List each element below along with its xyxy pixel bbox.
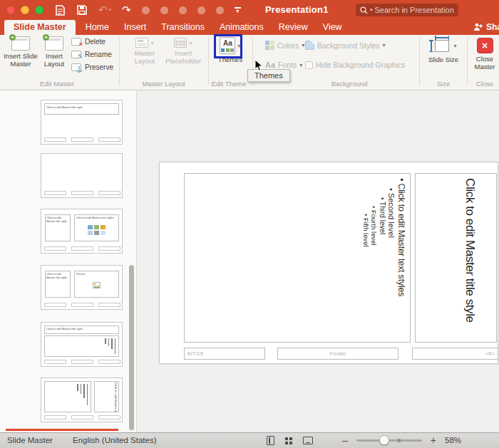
preserve-button[interactable]: ⚓ Preserve	[71, 63, 113, 71]
slide-thumbnail[interactable]: Click to edit Master title style	[41, 322, 123, 367]
bullet-level-1: • Click to edit Master text styles	[396, 178, 406, 338]
slide-thumbnail[interactable]: Click to edit Master title style	[41, 377, 123, 422]
thumbnail-title-text: Click to edit Master title style	[46, 272, 71, 279]
insert-slide-master-button[interactable]: + Insert Slide Master	[4, 36, 38, 68]
annotation-red-line	[6, 429, 118, 431]
slide-thumbnail[interactable]: Click to edit Master title style Picture	[41, 265, 123, 310]
slide-editor-area: • Click to edit Master text styles • Sec…	[138, 90, 499, 432]
thumbnail-body-text: Click to edit Master text styles	[76, 216, 98, 219]
slide-number-placeholder[interactable]: <#>	[412, 348, 498, 360]
ribbon-tab-bar: Slide Master Home Insert Transitions Ani…	[0, 20, 499, 35]
title-placeholder[interactable]: Click to edit Master title style	[415, 173, 497, 343]
vertical-text-lines	[105, 338, 115, 354]
thumbnail-title-text: Click to edit Master title style	[46, 105, 83, 109]
background-styles-icon	[305, 41, 314, 50]
colors-dropdown-icon: ▾	[302, 42, 304, 48]
themes-button[interactable]: Aa ▾ Themes	[215, 37, 245, 64]
background-styles-button[interactable]: Background Styles ▾	[305, 41, 386, 50]
powerpoint-window: ↶ ▾ ↷ ▾ Presentation1 ▾ Search in Presen…	[0, 0, 499, 448]
tab-slide-master[interactable]: Slide Master	[4, 20, 76, 35]
disabled-toolbar-icon	[179, 6, 187, 14]
themes-icon: Aa	[220, 37, 235, 54]
delete-icon: ×	[71, 38, 81, 46]
zoom-window-button[interactable]	[35, 6, 43, 14]
search-placeholder: Search in Presentation	[375, 6, 454, 14]
edit-master-group-label: Edit Master	[14, 80, 100, 88]
slide-size-button[interactable]: ▾ Slide Size	[426, 37, 461, 64]
toolbar-overflow-icon[interactable]: ▾	[235, 7, 241, 14]
picture-placeholder-icon	[93, 282, 101, 288]
undo-button[interactable]: ↶ ▾	[98, 5, 111, 15]
hide-background-graphics-checkbox[interactable]: Hide Background Graphics	[305, 61, 405, 69]
insert-layout-button[interactable]: + Insert Layout	[39, 36, 69, 68]
footer-text: Footer	[329, 350, 346, 357]
slide-sorter-view-icon[interactable]	[285, 437, 292, 444]
date-placeholder[interactable]: 6/7/15	[184, 348, 265, 360]
insert-placeholder-button[interactable]: ▾ Insert Placeholder	[163, 38, 204, 65]
slide-size-dropdown-icon[interactable]: ▾	[453, 43, 456, 49]
undo-dropdown-icon[interactable]: ▾	[109, 7, 112, 13]
zoom-out-button[interactable]: –	[342, 435, 348, 445]
disabled-toolbar-icon	[216, 6, 224, 14]
slideshow-view-icon[interactable]	[303, 437, 313, 444]
tab-view[interactable]: View	[323, 20, 342, 35]
zoom-slider-thumb[interactable]	[379, 435, 389, 445]
slide-number-text: <#>	[485, 350, 495, 357]
tab-home[interactable]: Home	[86, 20, 109, 35]
share-button[interactable]: Sha	[473, 22, 499, 32]
tab-insert[interactable]: Insert	[124, 20, 146, 35]
rename-button[interactable]: ✎ Rename	[71, 51, 112, 58]
slide-canvas[interactable]: • Click to edit Master text styles • Sec…	[159, 162, 498, 364]
zoom-level[interactable]: 58%	[445, 436, 461, 444]
footer-placeholder[interactable]: Footer	[277, 348, 398, 360]
slide-size-icon	[430, 37, 451, 54]
tab-review[interactable]: Review	[279, 20, 308, 35]
size-group-label: Size	[426, 80, 461, 88]
thumbnail-title-text: Click to edit Master title style	[46, 327, 83, 330]
master-layout-dropdown-icon: ▾	[150, 40, 153, 46]
status-language[interactable]: English (United States)	[73, 436, 157, 444]
status-bar: Slide Master English (United States) – +…	[0, 432, 499, 448]
redo-icon[interactable]: ↷	[122, 5, 131, 15]
mouse-cursor-icon	[254, 59, 263, 71]
zoom-in-button[interactable]: +	[431, 435, 436, 445]
disabled-toolbar-icon	[197, 6, 205, 14]
zoom-slider[interactable]	[356, 439, 422, 442]
rename-icon: ✎	[71, 51, 81, 58]
search-scope-dropdown-icon[interactable]: ▾	[370, 7, 373, 13]
thumbnail-scrollbar[interactable]	[129, 265, 134, 430]
new-document-icon[interactable]	[54, 4, 66, 16]
body-placeholder[interactable]: • Click to edit Master text styles • Sec…	[184, 173, 411, 343]
search-icon	[360, 6, 368, 14]
edit-theme-group-label: Edit Theme	[210, 80, 247, 88]
master-layout-button[interactable]: ▾ Master Layout	[127, 38, 163, 65]
status-view-name[interactable]: Slide Master	[7, 436, 53, 444]
themes-tooltip: Themes	[247, 69, 290, 82]
bullet-level-4: • Fourth level	[370, 206, 378, 338]
bullet-level-5: • Fifth level	[362, 214, 370, 338]
thumbnail-title-text: Click to edit Master title style	[114, 382, 118, 412]
close-window-button[interactable]	[6, 6, 15, 14]
slide-thumbnail[interactable]	[41, 153, 123, 198]
save-icon[interactable]	[76, 4, 88, 16]
tab-animations[interactable]: Animations	[220, 20, 264, 35]
disabled-toolbar-icon	[142, 6, 150, 14]
slide-thumbnail[interactable]: Click to edit Master title style Click t…	[41, 209, 123, 254]
normal-view-icon[interactable]	[267, 436, 274, 445]
slide-thumbnail[interactable]: Click to edit Master title style	[41, 100, 123, 145]
close-master-icon: ×	[477, 38, 493, 53]
delete-button[interactable]: × Delete	[71, 38, 106, 46]
ribbon-separator	[208, 37, 209, 85]
fonts-button[interactable]: Aa Fonts ▾	[265, 61, 302, 69]
fonts-dropdown-icon: ▾	[299, 62, 302, 68]
close-master-button[interactable]: × Close Master	[470, 38, 499, 71]
undo-icon: ↶	[98, 5, 108, 15]
minimize-window-button[interactable]	[21, 6, 29, 14]
bullet-level-2: • Second level	[386, 188, 396, 338]
ribbon-separator	[119, 37, 120, 85]
colors-icon	[265, 41, 274, 50]
search-input[interactable]: ▾ Search in Presentation	[356, 4, 458, 16]
tab-transitions[interactable]: Transitions	[161, 20, 205, 35]
themes-dropdown-icon[interactable]: ▾	[237, 43, 240, 49]
colors-button[interactable]: Colors ▾	[265, 41, 304, 50]
